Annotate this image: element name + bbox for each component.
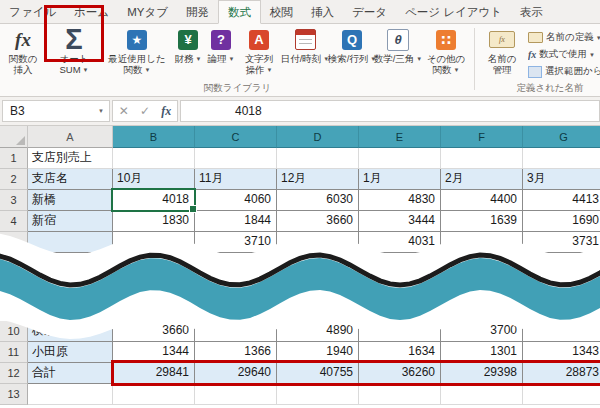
cell-B10[interactable]: 3660 xyxy=(113,321,195,342)
cell-B3[interactable]: 4018 xyxy=(113,190,195,211)
cell-C4[interactable]: 1844 xyxy=(195,211,277,232)
cell-C1[interactable] xyxy=(195,148,277,169)
insert-function-button[interactable]: fx 関数の 挿入 xyxy=(2,26,44,94)
cell-F4[interactable]: 1639 xyxy=(441,211,523,232)
cell-G13[interactable] xyxy=(523,384,600,405)
row-header-partial[interactable] xyxy=(0,232,28,253)
autosum-button[interactable]: Σ オート SUM xyxy=(47,26,101,94)
tab-data[interactable]: データ xyxy=(343,1,396,23)
cell-F3[interactable]: 4400 xyxy=(441,190,523,211)
cell-G10[interactable] xyxy=(523,321,600,342)
cell-G3[interactable]: 4413 xyxy=(523,190,600,211)
recently-used-button[interactable]: ★ 最近使用した 関数 xyxy=(103,26,171,94)
row-header-4[interactable]: 4 xyxy=(0,211,28,232)
cell-D10[interactable]: 4890 xyxy=(277,321,359,342)
tab-formulas-selected[interactable]: 数式 xyxy=(218,0,261,24)
cell-B11[interactable]: 1344 xyxy=(113,342,195,363)
col-header-E[interactable]: E xyxy=(359,126,441,148)
col-header-B[interactable]: B xyxy=(113,126,195,148)
cell-A2[interactable]: 支店名 xyxy=(28,169,113,190)
cell-C3[interactable]: 4060 xyxy=(195,190,277,211)
cell-D13[interactable] xyxy=(277,384,359,405)
tab-view[interactable]: 表示 xyxy=(511,1,552,23)
cell-A12[interactable]: 合計 xyxy=(28,363,113,384)
cell-A13[interactable] xyxy=(28,384,113,405)
cell-C[interactable]: 3710 xyxy=(195,232,277,253)
cell-A10[interactable]: 横須賀市 xyxy=(28,321,113,342)
row-header-11[interactable]: 11 xyxy=(0,342,28,363)
cell-C13[interactable] xyxy=(195,384,277,405)
col-header-C[interactable]: C xyxy=(195,126,277,148)
cell-A3[interactable]: 新橋 xyxy=(28,190,113,211)
math-trig-button[interactable]: θ 数学/三角 xyxy=(375,26,421,94)
cancel-button[interactable]: ✕ xyxy=(119,104,129,118)
cell-E10[interactable] xyxy=(359,321,441,342)
col-header-F[interactable]: F xyxy=(441,126,523,148)
cell-A4[interactable]: 新宿 xyxy=(28,211,113,232)
cell-E[interactable]: 4031 xyxy=(359,232,441,253)
cell-D4[interactable]: 3660 xyxy=(277,211,359,232)
cell-B1[interactable] xyxy=(113,148,195,169)
cell-F2[interactable]: 2月 xyxy=(441,169,523,190)
tab-mytab[interactable]: MYタブ xyxy=(118,1,177,23)
row-header-12[interactable]: 12 xyxy=(0,363,28,384)
cell-C11[interactable]: 1366 xyxy=(195,342,277,363)
cell-C12[interactable]: 29640 xyxy=(195,363,277,384)
select-all-corner[interactable] xyxy=(0,126,28,148)
cell-F[interactable] xyxy=(441,232,523,253)
cell-G1[interactable] xyxy=(523,148,600,169)
cell-D12[interactable]: 40755 xyxy=(277,363,359,384)
row-header-1[interactable]: 1 xyxy=(0,148,28,169)
cell-G2[interactable]: 3月 xyxy=(523,169,600,190)
tab-developer[interactable]: 開発 xyxy=(177,1,218,23)
formula-input[interactable]: 4018 xyxy=(180,100,600,122)
tab-pagelayout[interactable]: ページ レイアウト xyxy=(396,1,511,23)
col-header-A[interactable]: A xyxy=(28,126,113,148)
cell-F11[interactable]: 1301 xyxy=(441,342,523,363)
cell-G4[interactable]: 1690 xyxy=(523,211,600,232)
cell-G12[interactable]: 28873 xyxy=(523,363,600,384)
cell-E2[interactable]: 1月 xyxy=(359,169,441,190)
cell-D2[interactable]: 12月 xyxy=(277,169,359,190)
tab-insert[interactable]: 挿入 xyxy=(302,1,343,23)
cell-B4[interactable]: 1830 xyxy=(113,211,195,232)
define-name-button[interactable]: 名前の定義 xyxy=(528,30,600,45)
cell-A11[interactable]: 小田原 xyxy=(28,342,113,363)
cell-D[interactable] xyxy=(277,232,359,253)
cell-B2[interactable]: 10月 xyxy=(113,169,195,190)
cell-C2[interactable]: 11月 xyxy=(195,169,277,190)
col-header-D[interactable]: D xyxy=(277,126,359,148)
cell-E3[interactable]: 4830 xyxy=(359,190,441,211)
cell-B12[interactable]: 29841 xyxy=(113,363,195,384)
cell-F13[interactable] xyxy=(441,384,523,405)
cell-D11[interactable]: 1940 xyxy=(277,342,359,363)
row-header-3[interactable]: 3 xyxy=(0,190,28,211)
row-header-13[interactable]: 13 xyxy=(0,384,28,405)
cell-G[interactable]: 3731 xyxy=(523,232,600,253)
cell-E13[interactable] xyxy=(359,384,441,405)
cell-D1[interactable] xyxy=(277,148,359,169)
cell-D3[interactable]: 6030 xyxy=(277,190,359,211)
col-header-G[interactable]: G xyxy=(523,126,600,148)
lookup-button[interactable]: Q 検索/行列 xyxy=(329,26,375,94)
create-from-selection-button[interactable]: 選択範囲から作成 xyxy=(528,64,600,79)
cell-F10[interactable]: 3700 xyxy=(441,321,523,342)
cell-E4[interactable]: 3444 xyxy=(359,211,441,232)
more-functions-button[interactable]: ∷ その他の 関数 xyxy=(421,26,471,94)
cell-G11[interactable]: 1343 xyxy=(523,342,600,363)
insert-function-fx-button[interactable]: fx xyxy=(161,104,171,119)
cell-C10[interactable] xyxy=(195,321,277,342)
use-in-formula-button[interactable]: fx 数式で使用 xyxy=(528,47,600,62)
cell-A[interactable] xyxy=(28,232,113,253)
cell-F1[interactable] xyxy=(441,148,523,169)
cell-B[interactable] xyxy=(113,232,195,253)
enter-button[interactable]: ✓ xyxy=(140,104,150,118)
tab-file[interactable]: ファイル xyxy=(0,1,65,23)
tab-review[interactable]: 校閲 xyxy=(261,1,302,23)
cell-F12[interactable]: 29398 xyxy=(441,363,523,384)
cell-E1[interactable] xyxy=(359,148,441,169)
row-header-2[interactable]: 2 xyxy=(0,169,28,190)
name-box[interactable]: B3 ▼ xyxy=(2,100,110,122)
cell-A1[interactable]: 支店別売上 xyxy=(28,148,113,169)
row-header-10[interactable]: 10 xyxy=(0,321,28,342)
